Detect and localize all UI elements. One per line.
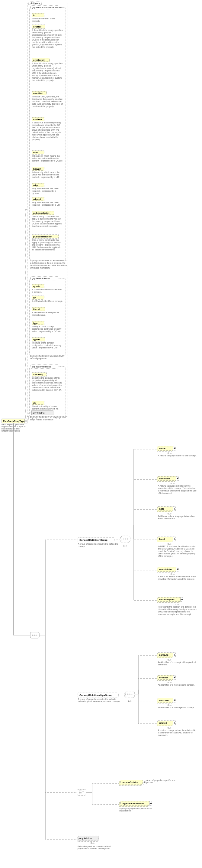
svg-text:+: + xyxy=(174,507,175,510)
details-choice-compositor xyxy=(77,789,86,796)
svg-text:-: - xyxy=(25,419,27,422)
svg-text:pubconstrainturi: pubconstrainturi xyxy=(33,235,53,238)
svg-text:typeuri: typeuri xyxy=(33,338,41,341)
org-details-desc: A group of properties specific to an org… xyxy=(119,807,159,812)
svg-text:id: id xyxy=(33,14,35,17)
any-other-attr: any ##other xyxy=(33,412,45,414)
svg-text:0..∞: 0..∞ xyxy=(175,603,179,606)
svg-text:0..∞: 0..∞ xyxy=(168,727,171,729)
svg-text:+: + xyxy=(143,781,145,784)
svg-text:hierarchyInfo: hierarchyInfo xyxy=(159,598,174,601)
svg-text:narrower: narrower xyxy=(159,699,169,702)
ext-desc: Extension point for provider-defined pro… xyxy=(77,845,114,849)
svg-text:0..∞: 0..∞ xyxy=(168,681,171,683)
ext-card: 0..∞ xyxy=(91,842,95,844)
svg-text:0..∞: 0..∞ xyxy=(128,700,132,702)
svg-text:creatoruri: creatoruri xyxy=(33,59,44,61)
svg-text:remoteInfo: remoteInfo xyxy=(159,568,171,571)
svg-text:0..∞: 0..∞ xyxy=(123,545,127,547)
concept-relationships-group: ConceptRelationshipsGroupA group of prop… xyxy=(78,653,197,747)
svg-text:+: + xyxy=(174,721,175,725)
svg-text:sameAs: sameAs xyxy=(159,654,168,656)
concept-definition-group: ConceptDefinitionGroupA group of properi… xyxy=(78,446,197,624)
svg-text:modified: modified xyxy=(33,92,43,95)
person-details-name: personDetails xyxy=(122,781,138,784)
svg-text:qcode: qcode xyxy=(33,285,40,288)
svg-text:custom: custom xyxy=(33,118,42,121)
i18n-attributes-group: grp i18nAttributesxml:langSpecifies the … xyxy=(30,365,68,424)
svg-text:ConceptDefinitionGroup: ConceptDefinitionGroup xyxy=(79,539,107,541)
svg-text:name: name xyxy=(159,447,165,450)
attributes-legend: attributes xyxy=(30,2,40,4)
svg-text:grp  commonPowerAttributes: grp commonPowerAttributes xyxy=(32,6,63,9)
svg-text:0..∞: 0..∞ xyxy=(168,513,171,515)
svg-text:creator: creator xyxy=(33,25,41,28)
org-details-name: organisationDetails xyxy=(122,802,144,805)
svg-text:whyuri: whyuri xyxy=(33,198,41,200)
svg-text:ConceptRelationshipsGroup: ConceptRelationshipsGroup xyxy=(79,694,112,696)
svg-text:+: + xyxy=(174,676,175,679)
flex-attributes-group: grp flexAttributesqcodeA qualified code … xyxy=(30,276,68,363)
svg-text:how: how xyxy=(33,151,38,154)
svg-text:+: + xyxy=(177,568,178,571)
svg-text:facet: facet xyxy=(159,538,165,540)
svg-text:+: + xyxy=(181,598,183,601)
svg-text:definition: definition xyxy=(159,477,170,480)
svg-text:0..∞: 0..∞ xyxy=(168,543,171,545)
svg-text:+: + xyxy=(174,653,175,657)
svg-text:related: related xyxy=(159,722,167,724)
svg-text:note: note xyxy=(159,507,164,510)
root-type-name: FlexPartyPropType xyxy=(3,420,25,423)
svg-text:literal: literal xyxy=(33,308,39,311)
svg-text:grp  flexAttributes: grp flexAttributes xyxy=(32,277,50,280)
svg-text:0..∞: 0..∞ xyxy=(168,452,171,454)
schema-diagram: attributes grp commonPowerAttributesidTh… xyxy=(0,0,202,868)
svg-text:uri: uri xyxy=(33,297,36,299)
svg-text:pubconstraint: pubconstraint xyxy=(33,212,49,214)
svg-text:type: type xyxy=(33,322,38,324)
root-sequence-compositor xyxy=(30,632,39,638)
svg-text:0..∞: 0..∞ xyxy=(171,573,174,575)
ext-any-name: any ##other xyxy=(79,837,92,840)
svg-text:why: why xyxy=(33,184,38,187)
svg-text:+: + xyxy=(177,477,178,480)
svg-text:grp  i18nAttributes: grp i18nAttributes xyxy=(32,365,51,368)
root-type-desc: Flexible party (person or organisation) … xyxy=(1,424,26,432)
svg-text:0..∞: 0..∞ xyxy=(168,659,171,661)
svg-text:+: + xyxy=(150,802,152,805)
svg-text:0..∞: 0..∞ xyxy=(168,704,171,706)
svg-text:howuri: howuri xyxy=(33,167,41,170)
svg-text:+: + xyxy=(174,447,175,450)
svg-text:dir: dir xyxy=(33,402,36,404)
svg-text:0..∞: 0..∞ xyxy=(171,483,174,485)
svg-text:broader: broader xyxy=(159,676,168,679)
svg-text:+: + xyxy=(174,537,175,541)
person-details-desc: A set of properties specific to a person xyxy=(146,779,180,783)
svg-text:xml:lang: xml:lang xyxy=(33,373,43,376)
svg-text:+: + xyxy=(174,699,175,702)
common-power-attributes-group: grp commonPowerAttributesidThe local ide… xyxy=(30,5,68,275)
